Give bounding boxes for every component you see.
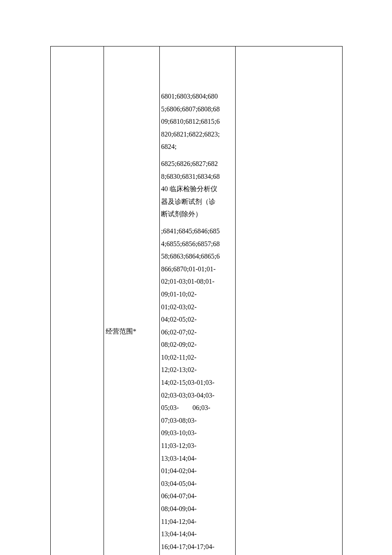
cell-scope-content: 6801;6803;6804;6805;6806;6807;6808;6809;… — [160, 46, 236, 555]
cell-col1 — [51, 46, 104, 555]
cell-label: 经营范围* — [104, 46, 160, 555]
scope-line: 05;03- 06;03- — [161, 401, 234, 414]
scope-line: 6825;6826;6827;682 — [161, 157, 234, 170]
scope-line: 02;01-03;01-08;01- — [161, 275, 234, 288]
document-table: 经营范围* 6801;6803;6804;6805;6806;6807;6808… — [50, 46, 343, 555]
scope-text-block: 6801;6803;6804;6805;6806;6807;6808;6809;… — [161, 90, 234, 555]
scope-line: 8;6830;6831;6834;68 — [161, 170, 234, 183]
scope-line: 58;6863;6864;6865;6 — [161, 250, 234, 263]
scope-line: 07;03-08;03- — [161, 414, 234, 427]
scope-line: 02;03-03;03-04;03- — [161, 389, 234, 402]
scope-line: 6801;6803;6804;680 — [161, 90, 234, 103]
scope-line: 06;04-07;04- — [161, 490, 234, 503]
scope-paragraph-3: ;6841;6845;6846;6854;6855;6856;6857;6858… — [161, 225, 234, 555]
scope-line: 01;04-02;04- — [161, 465, 234, 477]
scope-line: 器及诊断试剂（诊 — [161, 195, 234, 208]
scope-line: 14;02-15;03-01;03- — [161, 376, 234, 389]
scope-line: 08;02-09;02- — [161, 338, 234, 351]
table-row: 经营范围* 6801;6803;6804;6805;6806;6807;6808… — [51, 46, 342, 555]
scope-line: 断试剂除外） — [161, 208, 234, 221]
scope-line: 10;02-11;02- — [161, 351, 234, 364]
scope-line: 4;6855;6856;6857;68 — [161, 238, 234, 250]
scope-line: 04;02-05;02- — [161, 313, 234, 326]
scope-line: 06;02-07;02- — [161, 326, 234, 339]
scope-line: 5;6806;6807;6808;68 — [161, 103, 234, 116]
scope-line: 12;02-13;02- — [161, 363, 234, 376]
scope-line: 03;04-05;04- — [161, 477, 234, 490]
scope-line: 09;6810;6812;6815;6 — [161, 115, 234, 128]
scope-line: 6824; — [161, 140, 234, 153]
cell-col4 — [236, 46, 342, 555]
scope-line: 13;04-14;04- — [161, 528, 234, 540]
scope-line: 09;03-10;03- — [161, 427, 234, 439]
scope-line: 13;03-14;04- — [161, 452, 234, 465]
scope-line: 866;6870;01-01;01- — [161, 263, 234, 276]
scope-line: ;6841;6845;6846;685 — [161, 225, 234, 238]
scope-label: 经营范围* — [106, 327, 136, 336]
scope-line: 11;03-12;03- — [161, 439, 234, 452]
scope-line: 18;06- — [161, 553, 234, 555]
scope-paragraph-1: 6801;6803;6804;6805;6806;6807;6808;6809;… — [161, 90, 234, 153]
scope-line: 01;02-03;02- — [161, 301, 234, 314]
scope-line: 08;04-09;04- — [161, 503, 234, 515]
scope-line: 16;04-17;04-17;04- — [161, 540, 234, 553]
scope-line: 09;01-10;02- — [161, 288, 234, 301]
scope-line: 820;6821;6822;6823; — [161, 128, 234, 141]
scope-line: 40 临床检验分析仪 — [161, 183, 234, 195]
scope-paragraph-2: 6825;6826;6827;6828;6830;6831;6834;6840 … — [161, 157, 234, 221]
scope-line: 11;04-12;04- — [161, 515, 234, 528]
